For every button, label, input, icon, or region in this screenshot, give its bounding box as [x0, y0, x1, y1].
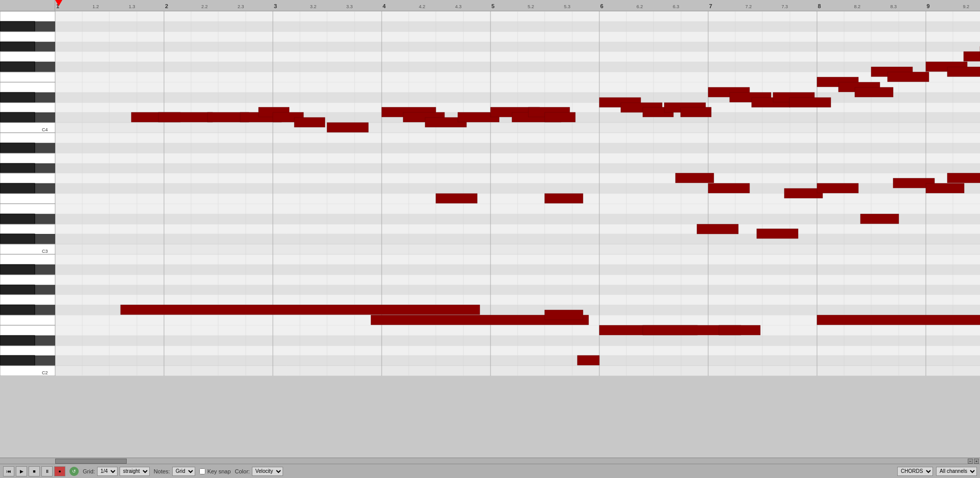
grid-canvas: [55, 11, 980, 376]
loop-button[interactable]: ↺: [69, 467, 79, 476]
notes-label: Notes:: [154, 468, 170, 474]
rewind-button[interactable]: ⏮: [3, 466, 14, 476]
play-button[interactable]: ▶: [16, 466, 27, 476]
content-row: [0, 11, 980, 458]
color-select[interactable]: Velocity: [252, 467, 283, 476]
straight-select[interactable]: straight: [120, 467, 150, 476]
horizontal-scrollbar[interactable]: − +: [0, 458, 980, 464]
grid-select[interactable]: 1/4: [97, 467, 118, 476]
stop-button[interactable]: ■: [29, 466, 40, 476]
notes-select[interactable]: Grid: [172, 467, 195, 476]
scrollbar-thumb[interactable]: [55, 459, 127, 464]
grid-label: Grid:: [83, 468, 95, 474]
bottom-toolbar: ⏮ ▶ ■ ⏸ ● ↺ Grid: 1/4 straight Notes: Gr…: [0, 464, 980, 478]
transport-controls: ⏮ ▶ ■ ⏸ ●: [3, 466, 65, 476]
key-snap-label: Key snap: [207, 468, 231, 474]
pause-button[interactable]: ⏸: [41, 466, 53, 476]
piano-roll-wrapper: 11.21.322.22.333.23.344.24.355.25.366.26…: [0, 0, 980, 464]
grid-group: Grid: 1/4 straight: [83, 467, 150, 476]
piano-header: [0, 0, 55, 11]
main-container: 11.21.322.22.333.23.344.24.355.25.366.26…: [0, 0, 980, 478]
piano-keyboard: [0, 11, 55, 458]
color-label: Color:: [235, 468, 250, 474]
zoom-plus-icon[interactable]: +: [974, 459, 979, 464]
notes-group: Notes: Grid: [154, 467, 195, 476]
playhead-arrow: [55, 0, 62, 6]
key-snap-checkbox[interactable]: [199, 468, 205, 474]
chords-select[interactable]: CHORDS: [897, 467, 933, 476]
record-button[interactable]: ●: [54, 466, 65, 476]
color-group: Color: Velocity: [235, 467, 283, 476]
key-snap-group: Key snap: [199, 468, 231, 474]
zoom-minus-icon[interactable]: −: [968, 459, 973, 464]
timeline: 11.21.322.22.333.23.344.24.355.25.366.26…: [55, 0, 980, 11]
note-grid[interactable]: [55, 11, 980, 376]
scrollbar-right-controls: − +: [968, 459, 979, 464]
right-toolbar: CHORDS All channels: [897, 467, 977, 476]
piano-canvas: [0, 11, 55, 376]
all-channels-select[interactable]: All channels: [936, 467, 977, 476]
header-row: 11.21.322.22.333.23.344.24.355.25.366.26…: [0, 0, 980, 11]
